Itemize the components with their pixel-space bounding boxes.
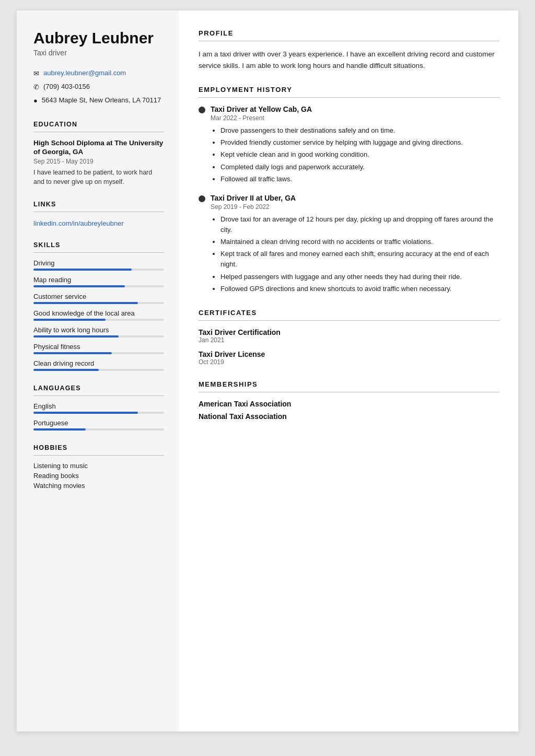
hobbies-section: Hobbies Listening to musicReading booksW… xyxy=(33,444,164,490)
skill-bar-fill xyxy=(33,352,112,354)
skill-item: Driving xyxy=(33,259,164,271)
memberships-section-label: Memberships xyxy=(199,380,499,388)
language-bar-bg xyxy=(33,428,164,431)
language-name: English xyxy=(33,402,164,410)
education-section: Education High School Diploma at The Uni… xyxy=(33,121,164,188)
links-section: Links linkedin.com/in/aubreyleubner xyxy=(33,201,164,228)
skill-bar-fill xyxy=(33,319,106,321)
link-item[interactable]: linkedin.com/in/aubreyleubner xyxy=(33,219,124,227)
hobby-item: Reading books xyxy=(33,472,164,480)
job-bullets: Drove taxi for an average of 12 hours pe… xyxy=(214,214,499,294)
skill-bar-fill xyxy=(33,302,138,304)
skill-bar-fill xyxy=(33,369,99,371)
contact-phone: ✆ (709) 403-0156 xyxy=(33,82,164,92)
candidate-title: Taxi driver xyxy=(33,49,164,57)
job-bullet: Kept track of all fares and money earned… xyxy=(220,249,499,270)
memberships-section: Memberships American Taxi AssociationNat… xyxy=(199,380,499,421)
contact-address: ● 5643 Maple St, New Orleans, LA 70117 xyxy=(33,96,164,106)
job-dot xyxy=(199,107,205,113)
job-dates: Mar 2022 - Present xyxy=(211,114,499,122)
skill-bar-bg xyxy=(33,302,164,304)
skill-item: Customer service xyxy=(33,293,164,304)
job-title: Taxi Driver at Yellow Cab, GA xyxy=(211,105,312,113)
skill-bar-bg xyxy=(33,269,164,271)
cert-date: Oct 2019 xyxy=(199,358,499,366)
profile-text: I am a taxi driver with over 3 years exp… xyxy=(199,49,499,71)
language-item: English xyxy=(33,402,164,414)
certificates-divider xyxy=(199,320,499,321)
email-icon: ✉ xyxy=(33,69,39,78)
hobby-item: Listening to music xyxy=(33,462,164,470)
hobbies-list: Listening to musicReading booksWatching … xyxy=(33,462,164,490)
languages-section: Languages English Portuguese xyxy=(33,385,164,431)
education-divider xyxy=(33,132,164,132)
job-bullet: Drove taxi for an average of 12 hours pe… xyxy=(220,214,499,235)
job-bullet: Followed all traffic laws. xyxy=(220,174,499,184)
cert-name: Taxi Driver Certification xyxy=(199,328,499,336)
profile-divider xyxy=(199,41,499,41)
skill-item: Good knowledge of the local area xyxy=(33,309,164,321)
location-icon: ● xyxy=(33,96,38,106)
job-header: Taxi Driver II at Uber, GA xyxy=(199,194,499,202)
hobby-item: Watching movies xyxy=(33,482,164,490)
skill-bar-fill xyxy=(33,269,132,271)
job-bullets: Drove passengers to their destinations s… xyxy=(214,125,499,184)
skills-label: Skills xyxy=(33,241,164,249)
membership-item: American Taxi Association xyxy=(199,400,499,408)
skill-bar-bg xyxy=(33,352,164,354)
skill-item: Clean driving record xyxy=(33,359,164,371)
language-bar-fill xyxy=(33,428,86,431)
job-bullet: Completed daily logs and paperwork accur… xyxy=(220,162,499,172)
skill-name: Good knowledge of the local area xyxy=(33,309,164,317)
skill-name: Customer service xyxy=(33,293,164,300)
certificates-list: Taxi Driver Certification Jan 2021 Taxi … xyxy=(199,328,499,366)
language-bar-fill xyxy=(33,412,138,414)
candidate-name: Aubrey Leubner xyxy=(33,29,164,46)
employment-section-label: Employment History xyxy=(199,86,499,94)
skill-name: Map reading xyxy=(33,276,164,284)
language-name: Portuguese xyxy=(33,419,164,427)
edu-dates: Sep 2015 - May 2019 xyxy=(33,158,164,165)
resume-container: Aubrey Leubner Taxi driver ✉ aubrey.leub… xyxy=(17,10,518,731)
hobbies-label: Hobbies xyxy=(33,444,164,451)
job-bullet: Maintained a clean driving record with n… xyxy=(220,237,499,247)
job-bullet: Drove passengers to their destinations s… xyxy=(220,125,499,136)
skill-bar-bg xyxy=(33,285,164,287)
job-dates: Sep 2019 - Feb 2022 xyxy=(211,203,499,211)
hobbies-divider xyxy=(33,455,164,456)
skills-list: Driving Map reading Customer service Goo… xyxy=(33,259,164,371)
job-item: Taxi Driver II at Uber, GA Sep 2019 - Fe… xyxy=(199,194,499,294)
skill-item: Ability to work long hours xyxy=(33,326,164,338)
links-label: Links xyxy=(33,201,164,208)
skills-section: Skills Driving Map reading Customer serv… xyxy=(33,241,164,371)
memberships-list: American Taxi AssociationNational Taxi A… xyxy=(199,400,499,421)
skill-item: Map reading xyxy=(33,276,164,287)
employment-list: Taxi Driver at Yellow Cab, GA Mar 2022 -… xyxy=(199,105,499,294)
job-dot xyxy=(199,195,205,202)
cert-date: Jan 2021 xyxy=(199,336,499,344)
languages-list: English Portuguese xyxy=(33,402,164,431)
job-bullet: Kept vehicle clean and in good working c… xyxy=(220,149,499,160)
edu-description: I have learned to be patient, to work ha… xyxy=(33,168,164,188)
main-content: Profile I am a taxi driver with over 3 y… xyxy=(179,10,518,731)
certificate-item: Taxi Driver Certification Jan 2021 xyxy=(199,328,499,344)
email-link[interactable]: aubrey.leubner@gmail.com xyxy=(43,68,126,78)
links-divider xyxy=(33,212,164,212)
job-item: Taxi Driver at Yellow Cab, GA Mar 2022 -… xyxy=(199,105,499,184)
certificates-section: Certificates Taxi Driver Certification J… xyxy=(199,309,499,366)
skill-bar-bg xyxy=(33,319,164,321)
skills-divider xyxy=(33,252,164,253)
skill-name: Clean driving record xyxy=(33,359,164,367)
language-item: Portuguese xyxy=(33,419,164,431)
skill-bar-bg xyxy=(33,335,164,338)
phone-icon: ✆ xyxy=(33,83,39,92)
certificates-section-label: Certificates xyxy=(199,309,499,317)
language-bar-bg xyxy=(33,412,164,414)
job-bullet: Helped passengers with luggage and any o… xyxy=(220,272,499,282)
skill-name: Ability to work long hours xyxy=(33,326,164,334)
languages-label: Languages xyxy=(33,385,164,392)
certificate-item: Taxi Driver License Oct 2019 xyxy=(199,350,499,366)
job-title: Taxi Driver II at Uber, GA xyxy=(211,194,296,202)
employment-divider xyxy=(199,97,499,98)
links-list: linkedin.com/in/aubreyleubner xyxy=(33,218,164,228)
